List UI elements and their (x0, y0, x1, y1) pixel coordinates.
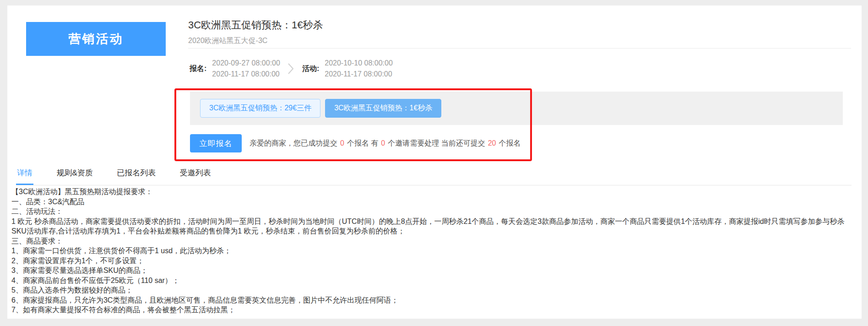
detail-line: 7、如有商家大量提报不符合标准的商品，将会被整个黑五活动拉黑； (11, 305, 857, 315)
detail-line: 3、商家需要尽量选品选择单SKU的商品； (11, 266, 857, 276)
signup-period-dates: 2020-09-27 08:00:00 2020-11-17 08:00:00 (212, 58, 280, 80)
invite-count-value: 0 (381, 139, 385, 147)
activity-end-date: 2020-11-17 08:00:00 (325, 69, 393, 80)
detail-line: 【3C欧洲活动】黑五预热期活动提报要求： (11, 187, 857, 197)
detail-line: 1 欧元 秒杀商品活动，商家需要提供活动要求的折扣，活动时间为周一至周日，秒杀时… (11, 217, 857, 236)
detail-tabbar: 详情 规则&资质 已报名列表 受邀列表 (16, 167, 852, 185)
session-tab-29eur-bundle[interactable]: 3C欧洲黑五促销预热：29€三件 (200, 99, 320, 118)
signup-period-label: 报名: (190, 64, 206, 74)
submitted-count-value: 0 (340, 139, 344, 147)
detail-line: 三、商品要求： (11, 236, 857, 246)
schedule-row: 报名: 2020-09-27 08:00:00 2020-11-17 08:00… (190, 57, 393, 81)
status-seg2: 个报名 有 (347, 139, 378, 147)
page-background: 营销活动 3C欧洲黑五促销预热：1€秒杀 2020欧洲站黑五大促-3C 报名: … (0, 0, 868, 326)
activity-card: 营销活动 3C欧洲黑五促销预热：1€秒杀 2020欧洲站黑五大促-3C 报名: … (7, 5, 862, 319)
signup-end-date: 2020-11-17 08:00:00 (212, 69, 280, 80)
detail-line: 1、商家需一口价供货，注意供货价不得高于1 usd，此活动为秒杀； (11, 246, 857, 256)
tab-detail[interactable]: 详情 (16, 167, 33, 185)
detail-line: 5、商品入选条件为数据较好的商品； (11, 285, 857, 295)
detail-content: 【3C欧洲活动】黑五预热期活动提报要求： 一、品类：3C&汽配品 二、活动玩法：… (11, 187, 857, 315)
status-seg3: 个邀请需要处理 当前还可提交 (388, 139, 485, 147)
page-title: 3C欧洲黑五促销预热：1€秒杀 (188, 18, 323, 32)
page-subtitle: 2020欧洲站黑五大促-3C (188, 36, 267, 46)
detail-line: 一、品类：3C&汽配品 (11, 197, 857, 207)
detail-line: 2、商家需设置库存为1个，不可多设置； (11, 256, 857, 266)
tab-invited-list[interactable]: 受邀列表 (179, 167, 212, 185)
status-seg4: 个报名 (499, 139, 521, 147)
detail-line: 4、商家商品前台售价不应低于25欧元（110 sar）； (11, 276, 857, 286)
status-seg1: 亲爱的商家，您已成功提交 (250, 139, 337, 147)
marketing-activity-banner: 营销活动 (26, 22, 166, 56)
signup-status-text: 亲爱的商家，您已成功提交0个报名 有0个邀请需要处理 当前还可提交20个报名 (250, 139, 521, 148)
detail-line: 二、活动玩法： (11, 206, 857, 217)
activity-start-date: 2020-10-10 08:00:00 (325, 58, 393, 69)
activity-period-dates: 2020-10-10 08:00:00 2020-11-17 08:00:00 (325, 58, 393, 80)
signup-row: 立即报名 亲爱的商家，您已成功提交0个报名 有0个邀请需要处理 当前还可提交20… (190, 134, 521, 152)
tab-rules-qualifications[interactable]: 规则&资质 (55, 167, 93, 185)
chevron-right-icon (288, 63, 294, 75)
header-divider (188, 48, 851, 49)
banner-label: 营销活动 (69, 31, 124, 47)
detail-line: 6、商家提报商品，只允许为3C类型商品，且欧洲地区可售，商品信息需要英文信息完善… (11, 295, 857, 305)
signup-start-date: 2020-09-27 08:00:00 (212, 58, 280, 69)
remaining-count-value: 20 (488, 139, 496, 147)
signup-now-button[interactable]: 立即报名 (190, 134, 242, 152)
tab-signed-up-list[interactable]: 已报名列表 (116, 167, 157, 185)
session-tab-1eur-flashsale[interactable]: 3C欧洲黑五促销预热：1€秒杀 (325, 99, 441, 118)
activity-period-label: 活动: (302, 64, 319, 74)
session-tabs-band: 3C欧洲黑五促销预热：29€三件 3C欧洲黑五促销预热：1€秒杀 (190, 92, 843, 125)
